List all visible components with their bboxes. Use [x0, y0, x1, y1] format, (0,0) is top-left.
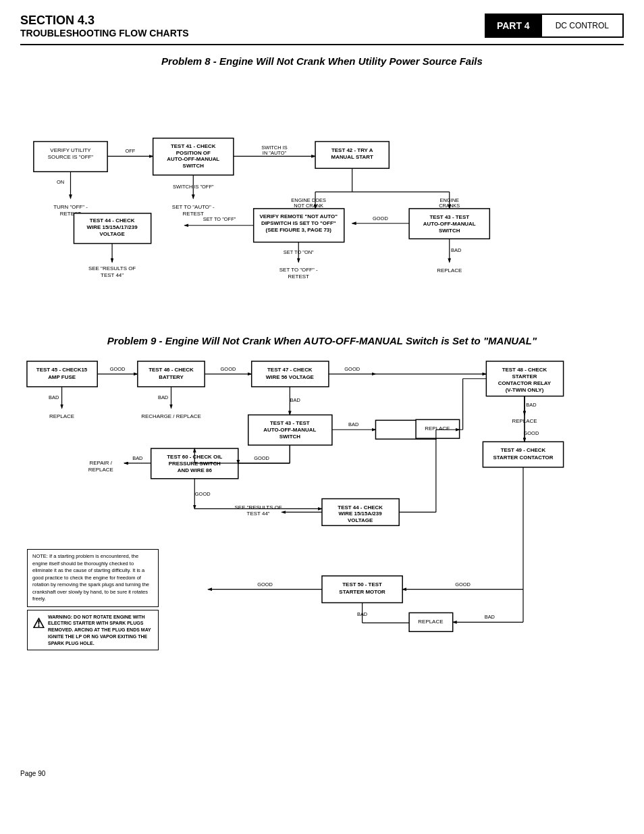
- svg-text:TEST 50 - TEST: TEST 50 - TEST: [342, 581, 382, 588]
- warning-box: ⚠ WARNING: DO NOT ROTATE ENGINE WITH ELE…: [27, 610, 159, 651]
- problem9-chart: TEST 45 - CHECK15 AMP FUSE GOOD TEST 46 …: [20, 353, 624, 760]
- svg-text:STARTER MOTOR: STARTER MOTOR: [339, 589, 385, 595]
- svg-text:SEE "RESULTS OF: SEE "RESULTS OF: [235, 504, 282, 511]
- svg-text:TEST 46 - CHECK: TEST 46 - CHECK: [149, 367, 194, 373]
- svg-text:REPLACE: REPLACE: [425, 425, 450, 432]
- svg-text:WIRE 15/15A/17/239: WIRE 15/15A/17/239: [87, 224, 138, 230]
- svg-text:TEST 49 - CHECK: TEST 49 - CHECK: [501, 447, 546, 453]
- svg-text:AUTO-OFF-MANUAL: AUTO-OFF-MANUAL: [423, 221, 476, 227]
- svg-text:TEST 47 - CHECK: TEST 47 - CHECK: [267, 367, 313, 373]
- svg-text:STARTER: STARTER: [512, 373, 537, 380]
- svg-text:SWITCH: SWITCH: [183, 163, 205, 169]
- svg-text:BAD: BAD: [485, 614, 495, 620]
- section-title: SECTION 4.3: [20, 14, 485, 28]
- note-container: NOTE: If a starting problem is encounter…: [27, 549, 162, 650]
- svg-text:GOOD: GOOD: [110, 366, 126, 372]
- svg-text:CRANKS: CRANKS: [439, 203, 460, 209]
- svg-text:SET TO "OFF" -: SET TO "OFF" -: [279, 267, 318, 273]
- svg-text:SET TO "AUTO" -: SET TO "AUTO" -: [172, 204, 215, 210]
- svg-text:TEST 44 - CHECK: TEST 44 - CHECK: [90, 217, 135, 224]
- svg-text:DIPSWITCH IS SET TO "OFF": DIPSWITCH IS SET TO "OFF": [261, 220, 336, 226]
- warning-icon: ⚠: [32, 614, 45, 633]
- problem8-svg: VERIFY UTILITY SOURCE IS "OFF" OFF TEST …: [20, 74, 624, 323]
- header-right: PART 4 DC CONTROL: [485, 14, 624, 38]
- page-number: Page 90: [20, 770, 624, 777]
- section-subtitle: TROUBLESHOOTING FLOW CHARTS: [20, 28, 485, 38]
- svg-text:TURN "OFF" -: TURN "OFF" -: [53, 204, 88, 210]
- svg-text:TEST 44": TEST 44": [247, 511, 270, 517]
- svg-text:GOOD: GOOD: [373, 215, 388, 221]
- svg-text:BAD: BAD: [290, 397, 301, 403]
- svg-text:MANUAL START: MANUAL START: [331, 155, 373, 161]
- svg-text:SET TO "OFF": SET TO "OFF": [203, 216, 236, 222]
- svg-text:AUTO-OFF-MANUAL: AUTO-OFF-MANUAL: [263, 427, 316, 433]
- svg-text:GOOD: GOOD: [344, 366, 360, 372]
- svg-text:AUTO-OFF-MANUAL: AUTO-OFF-MANUAL: [167, 156, 219, 162]
- svg-text:CONTACTOR RELAY: CONTACTOR RELAY: [498, 380, 552, 386]
- svg-text:AND WIRE 86: AND WIRE 86: [178, 467, 213, 473]
- svg-text:BATTERY: BATTERY: [159, 374, 184, 380]
- svg-text:SEE "RESULTS OF: SEE "RESULTS OF: [88, 265, 136, 271]
- svg-text:BAD: BAD: [158, 394, 169, 400]
- svg-text:GOOD: GOOD: [524, 430, 539, 436]
- svg-text:BAD: BAD: [451, 247, 462, 253]
- svg-text:SWITCH: SWITCH: [439, 228, 460, 234]
- svg-text:POSITION OF: POSITION OF: [176, 150, 211, 156]
- page-header: SECTION 4.3 TROUBLESHOOTING FLOW CHARTS …: [20, 14, 624, 45]
- svg-text:RETEST: RETEST: [183, 211, 204, 217]
- svg-text:SOURCE IS "OFF": SOURCE IS "OFF": [48, 155, 94, 161]
- svg-text:GOOD: GOOD: [254, 455, 269, 461]
- svg-text:OFF: OFF: [125, 148, 135, 154]
- svg-text:TEST 45 - CHECK15: TEST 45 - CHECK15: [36, 367, 88, 373]
- svg-text:REPAIR /: REPAIR /: [90, 460, 113, 466]
- svg-text:(V-TWIN ONLY): (V-TWIN ONLY): [506, 387, 544, 393]
- svg-text:(SEE FIGURE 3, PAGE  73): (SEE FIGURE 3, PAGE 73): [266, 227, 332, 233]
- svg-text:VOLTAGE: VOLTAGE: [99, 231, 124, 237]
- svg-text:SET TO "ON": SET TO "ON": [284, 249, 314, 255]
- svg-text:BAD: BAD: [526, 402, 537, 408]
- part-label: PART 4: [486, 15, 541, 36]
- svg-text:BAD: BAD: [357, 611, 368, 617]
- svg-text:ON: ON: [57, 179, 64, 185]
- svg-text:REPLACE: REPLACE: [418, 619, 443, 625]
- svg-text:TEST 44": TEST 44": [101, 272, 124, 278]
- svg-text:VERIFY UTILITY: VERIFY UTILITY: [50, 147, 91, 153]
- svg-text:TEST 42 - TRY A: TEST 42 - TRY A: [331, 147, 373, 153]
- svg-text:TEST 44 - CHECK: TEST 44 - CHECK: [338, 504, 383, 511]
- note-box: NOTE: If a starting problem is encounter…: [27, 549, 159, 607]
- svg-text:SWITCH: SWITCH: [279, 434, 301, 440]
- warning-text: WARNING: DO NOT ROTATE ENGINE WITH ELECT…: [48, 614, 153, 647]
- svg-text:WIRE 15/15A/239: WIRE 15/15A/239: [339, 511, 383, 517]
- svg-text:SWITCH IS "OFF": SWITCH IS "OFF": [173, 184, 214, 190]
- svg-text:GOOD: GOOD: [257, 581, 273, 588]
- svg-text:AMP FUSE: AMP FUSE: [48, 374, 76, 380]
- svg-text:GOOD: GOOD: [195, 491, 211, 497]
- problem8-title: Problem 8 - Engine Will Not Crank When U…: [20, 55, 624, 67]
- problem9-title: Problem 9 - Engine Will Not Crank When A…: [20, 335, 624, 346]
- svg-text:GOOD: GOOD: [455, 581, 471, 588]
- svg-text:REPLACE: REPLACE: [49, 413, 74, 419]
- svg-text:RECHARGE / REPLACE: RECHARGE / REPLACE: [141, 413, 201, 419]
- svg-text:BAD: BAD: [132, 455, 143, 461]
- svg-text:WIRE 56 VOLTAGE: WIRE 56 VOLTAGE: [266, 374, 314, 380]
- svg-text:TEST 41 - CHECK: TEST 41 - CHECK: [171, 143, 216, 149]
- svg-text:VOLTAGE: VOLTAGE: [348, 517, 373, 523]
- svg-text:REPLACE: REPLACE: [437, 267, 462, 273]
- svg-text:NOT CRANK: NOT CRANK: [294, 203, 323, 209]
- svg-text:VERIFY REMOTE "NOT AUTO": VERIFY REMOTE "NOT AUTO": [260, 213, 338, 219]
- svg-text:STARTER CONTACTOR: STARTER CONTACTOR: [493, 454, 553, 461]
- svg-text:REPLACE: REPLACE: [88, 467, 113, 473]
- svg-text:GOOD: GOOD: [221, 366, 236, 372]
- problem8-chart: VERIFY UTILITY SOURCE IS "OFF" OFF TEST …: [20, 74, 624, 325]
- svg-text:RETEST: RETEST: [288, 273, 309, 280]
- svg-text:TEST 48 - CHECK: TEST 48 - CHECK: [502, 367, 547, 373]
- svg-text:TEST 43 - TEST: TEST 43 - TEST: [270, 420, 310, 426]
- dc-label: DC CONTROL: [541, 15, 622, 36]
- note-text: NOTE: If a starting problem is encounter…: [32, 553, 149, 602]
- svg-text:TEST 43 - TEST: TEST 43 - TEST: [429, 214, 469, 220]
- header-left: SECTION 4.3 TROUBLESHOOTING FLOW CHARTS: [20, 14, 485, 38]
- svg-text:IN "AUTO": IN "AUTO": [263, 150, 287, 156]
- svg-text:BAD: BAD: [348, 421, 359, 427]
- svg-text:BAD: BAD: [49, 394, 59, 400]
